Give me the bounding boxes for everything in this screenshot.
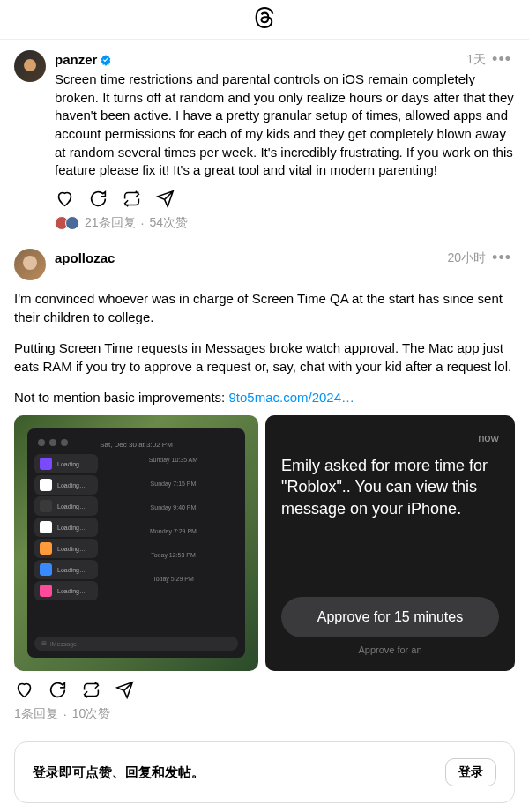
username[interactable]: panzer <box>55 52 97 67</box>
post-body: Screen time restrictions and parental co… <box>55 71 515 180</box>
watch-approve-button: Approve for 15 minutes <box>281 597 499 637</box>
watch-now-label: now <box>281 431 499 444</box>
external-link[interactable]: 9to5mac.com/2024… <box>228 390 354 405</box>
repost-icon[interactable] <box>122 189 141 208</box>
likes-count[interactable]: 54次赞 <box>149 215 188 231</box>
verified-icon <box>100 54 112 66</box>
threads-logo-icon[interactable] <box>254 7 275 32</box>
attachment-mac-screenshot[interactable]: Sat, Dec 30 at 3:02 PM Loading…Loading…L… <box>14 415 258 671</box>
post-stats: 1条回复 · 10次赞 <box>14 706 515 722</box>
post-body: I'm convinced whoever was in charge of S… <box>14 289 515 406</box>
likes-count[interactable]: 10次赞 <box>72 706 111 722</box>
reply-avatars <box>55 216 79 230</box>
like-icon[interactable] <box>55 189 74 208</box>
replies-count[interactable]: 21条回复 <box>85 215 136 231</box>
share-icon[interactable] <box>155 189 175 208</box>
repost-icon[interactable] <box>81 680 101 699</box>
post: apollozac 20小时 ••• I'm convinced whoever… <box>0 238 529 729</box>
attachments: Sat, Dec 30 at 3:02 PM Loading…Loading…L… <box>14 415 515 671</box>
more-icon[interactable]: ••• <box>488 50 515 69</box>
share-icon[interactable] <box>115 680 134 699</box>
like-icon[interactable] <box>14 680 34 699</box>
replies-count[interactable]: 1条回复 <box>14 706 58 722</box>
reply-icon[interactable] <box>48 680 67 699</box>
more-icon[interactable]: ••• <box>488 249 515 267</box>
watch-notification-text: Emily asked for more time for "Roblox"..… <box>281 455 499 590</box>
username[interactable]: apollozac <box>55 250 115 265</box>
mac-message-input: ⊞iMessage <box>34 637 238 651</box>
app-header <box>0 0 529 40</box>
avatar[interactable] <box>14 249 46 280</box>
login-prompt: 登录即可点赞、回复和发帖。 登录 <box>14 741 515 803</box>
attachment-watch-screenshot[interactable]: now Emily asked for more time for "Roblo… <box>265 415 515 671</box>
reply-icon[interactable] <box>88 189 108 208</box>
post-stats: 21条回复 · 54次赞 <box>55 215 515 231</box>
avatar[interactable] <box>14 50 46 82</box>
login-button[interactable]: 登录 <box>445 758 496 786</box>
post: panzer 1天 ••• Screen time restrictions a… <box>0 40 529 238</box>
timestamp: 20小时 <box>448 250 487 266</box>
login-prompt-text: 登录即可点赞、回复和发帖。 <box>33 764 205 781</box>
timestamp: 1天 <box>466 52 486 68</box>
